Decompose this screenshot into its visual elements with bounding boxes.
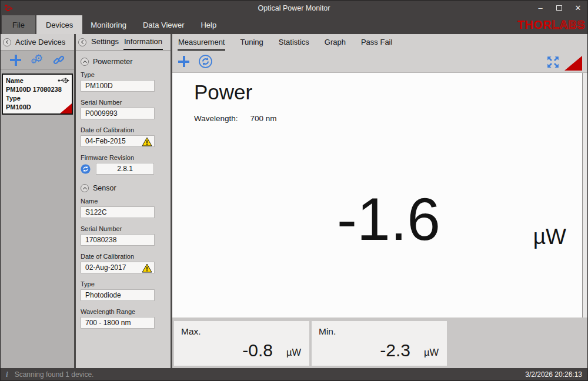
active-devices-panel: Active Devices ⚙ ⚙	[1, 34, 74, 368]
status-timestamp: 3/2/2026 20:26:13	[525, 370, 582, 379]
collapse-section-button[interactable]	[81, 58, 89, 66]
device-type-label: Type	[6, 94, 69, 103]
measurement-title: Power	[194, 81, 587, 104]
collapse-panel-button[interactable]	[78, 38, 86, 46]
wavelength-row: Wavelength: 700 nm	[194, 114, 587, 123]
thorlabs-logo-thor: THOR	[517, 18, 552, 32]
measurement-toolbar	[172, 51, 587, 72]
tab-graph[interactable]: Graph	[324, 34, 346, 51]
sensor-range-group: Wavelength Range 700 - 1800 nm	[81, 308, 171, 329]
field-label: Date of Calibration	[81, 253, 171, 260]
tab-tuning[interactable]: Tuning	[239, 34, 263, 51]
connect-link-icon[interactable]	[53, 54, 65, 66]
chevron-left-icon	[81, 40, 85, 44]
collapse-section-button[interactable]	[81, 184, 89, 192]
minimize-button[interactable]: –	[531, 1, 550, 15]
sensor-name-field[interactable]: S122C	[81, 206, 155, 218]
calibration-warning-icon	[142, 137, 152, 146]
field-label: Type	[81, 280, 171, 288]
status-message: Scanning found 1 device.	[15, 370, 94, 379]
device-info-header: Settings Information	[76, 34, 171, 51]
measurement-panel: Measurement Tuning Statistics Graph Pass…	[172, 34, 587, 368]
menu-file[interactable]: File	[2, 15, 35, 34]
menu-data-viewer[interactable]: Data Viewer	[135, 15, 193, 34]
tab-measurement[interactable]: Measurement	[178, 34, 225, 51]
add-device-icon[interactable]	[10, 55, 21, 66]
wavelength-label: Wavelength:	[194, 114, 238, 123]
sensor-calibration-group: Date of Calibration 02-Aug-2017	[81, 253, 171, 273]
tab-settings[interactable]: Settings	[91, 34, 119, 50]
close-button[interactable]: ✕	[569, 1, 587, 15]
tab-pass-fail[interactable]: Pass Fail	[360, 34, 393, 51]
field-value: 02-Aug-2017	[85, 263, 126, 272]
max-value: -0.8	[242, 340, 273, 360]
device-name-value: PM100D 17080238	[6, 85, 69, 94]
tab-information[interactable]: Information	[123, 34, 163, 50]
device-info-panel: Settings Information Powermeter Type PM1…	[76, 34, 171, 368]
device-card-pm100d[interactable]: Name PM100D 17080238 Type PM100D	[2, 73, 73, 115]
chevron-up-icon	[82, 60, 86, 64]
field-value: P0009993	[85, 109, 118, 118]
field-value: 04-Feb-2015	[85, 137, 126, 145]
powermeter-firmware-field[interactable]: 2.8.1	[96, 163, 154, 175]
thorlabs-logo: THORLABS	[517, 15, 587, 34]
field-label: Serial Number	[81, 225, 171, 232]
sensor-serial-field[interactable]: 17080238	[81, 234, 155, 246]
min-value: -2.3	[380, 340, 410, 360]
sensor-calibration-field[interactable]: 02-Aug-2017	[81, 262, 155, 273]
max-stat-box[interactable]: Max. -0.8 µW	[174, 321, 309, 366]
min-max-row: Max. -0.8 µW Min. -2.3 µW	[172, 317, 587, 368]
usb-icon	[58, 77, 69, 84]
sensor-name-group: Name S122C	[81, 198, 171, 218]
powermeter-section-header: Powermeter	[81, 58, 171, 66]
field-label: Firmware Revision	[81, 154, 171, 161]
chevron-up-icon	[82, 186, 86, 190]
powermeter-type-field[interactable]: PM100D	[81, 80, 155, 92]
refresh-icon[interactable]	[199, 55, 212, 68]
min-unit: µW	[424, 347, 439, 358]
field-value: PM100D	[85, 82, 113, 90]
menu-help[interactable]: Help	[192, 15, 225, 34]
device-settings-gears-icon[interactable]: ⚙ ⚙	[31, 54, 44, 66]
maximize-button[interactable]	[550, 1, 569, 15]
powermeter-serial-group: Serial Number P0009993	[81, 99, 171, 119]
tab-statistics[interactable]: Statistics	[278, 34, 310, 51]
wavelength-value[interactable]: 700 nm	[250, 114, 277, 123]
sensor-type-field[interactable]: Photodiode	[81, 289, 155, 301]
menu-monitoring[interactable]: Monitoring	[82, 15, 135, 34]
field-value: S122C	[85, 208, 107, 216]
active-devices-header: Active Devices	[1, 34, 74, 51]
title-bar: Optical Power Monitor – ✕	[1, 1, 587, 15]
field-label: Type	[81, 71, 171, 78]
gear-icon: ⚙	[31, 57, 37, 65]
field-value: 17080238	[85, 236, 116, 244]
vertical-scrollbar[interactable]	[582, 73, 587, 317]
card-corner-triangle	[60, 103, 72, 113]
field-value: Photodiode	[85, 291, 121, 299]
sensor-range-field[interactable]: 700 - 1800 nm	[81, 317, 155, 329]
expand-fullscreen-icon[interactable]	[546, 55, 560, 69]
field-value: 2.8.1	[117, 165, 133, 173]
add-measurement-icon[interactable]	[178, 56, 189, 67]
app-window: Optical Power Monitor – ✕ File Devices M…	[0, 0, 588, 381]
max-label: Max.	[181, 326, 201, 337]
sensor-type-group: Type Photodiode	[81, 280, 171, 301]
device-type-value: PM100D	[6, 103, 69, 112]
measurement-tabs: Measurement Tuning Statistics Graph Pass…	[172, 34, 587, 51]
firmware-refresh-icon[interactable]	[81, 164, 91, 174]
powermeter-serial-field[interactable]: P0009993	[81, 108, 155, 119]
powermeter-firmware-group: Firmware Revision 2.8.1	[81, 154, 171, 175]
device-toolbar: ⚙ ⚙	[1, 51, 74, 70]
power-reading-value: -1.6	[190, 189, 587, 249]
field-label: Name	[81, 198, 171, 205]
main-area: Active Devices ⚙ ⚙	[1, 34, 587, 368]
power-reading-unit: µW	[533, 225, 566, 249]
collapse-panel-button[interactable]	[3, 38, 11, 46]
powermeter-calibration-field[interactable]: 04-Feb-2015	[81, 135, 155, 147]
panel-corner-triangle	[564, 56, 582, 71]
max-unit: µW	[286, 347, 301, 358]
menu-devices[interactable]: Devices	[36, 15, 82, 34]
calibration-warning-icon	[142, 263, 152, 273]
status-bar: i Scanning found 1 device. 3/2/2026 20:2…	[1, 368, 587, 380]
min-stat-box[interactable]: Min. -2.3 µW	[312, 321, 447, 366]
